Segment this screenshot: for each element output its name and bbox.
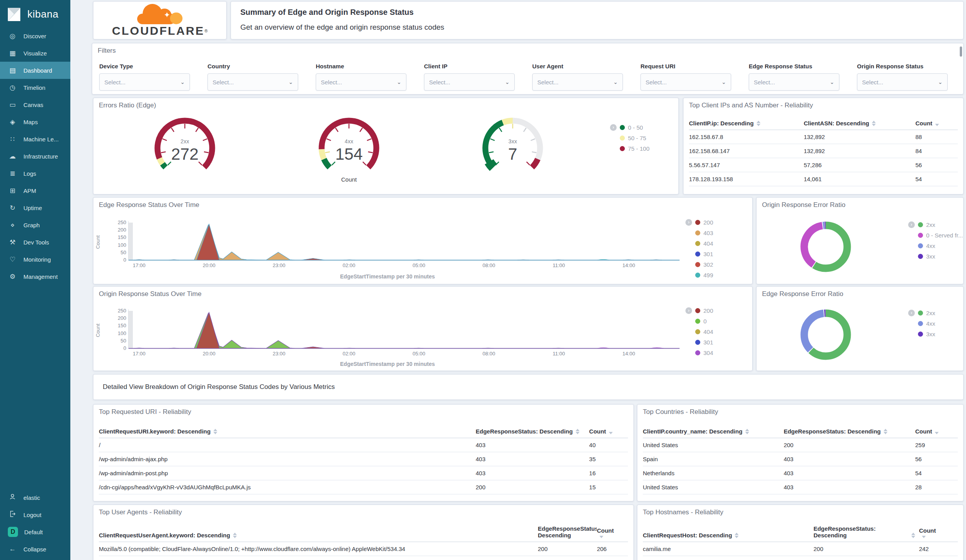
- page-title: Summary of Edge and Origin Response Stat…: [240, 8, 444, 17]
- machine-learning-icon: ∷: [8, 135, 17, 143]
- legend-item[interactable]: ›0 - 50: [610, 122, 649, 133]
- sidebar-item-management[interactable]: ⚙Management: [0, 268, 70, 285]
- edge-response-status-select[interactable]: Select...⌄: [749, 73, 839, 91]
- hostname-select[interactable]: Select...⌄: [316, 73, 406, 91]
- column-header[interactable]: Count: [589, 428, 628, 435]
- page-subtitle: Get an overview of the edge and origin r…: [240, 23, 444, 32]
- svg-text:20:00: 20:00: [203, 262, 216, 268]
- origin-error-donut: [796, 218, 855, 276]
- column-header[interactable]: ClientIP.country_name: Descending: [643, 428, 784, 435]
- svg-text:150: 150: [118, 323, 126, 328]
- sort-icon: [599, 536, 603, 538]
- legend-expand-icon[interactable]: ›: [685, 307, 692, 314]
- filter-user-agent: User AgentSelect...⌄: [532, 63, 623, 91]
- table-row: 162.158.68.147132,89284: [689, 144, 958, 158]
- legend-expand-icon[interactable]: ›: [908, 221, 915, 228]
- column-header[interactable]: Count: [915, 428, 958, 435]
- legend-item[interactable]: 0 - Served fr...: [918, 230, 963, 241]
- sidebar-item-monitoring[interactable]: ♡Monitoring: [0, 251, 70, 268]
- legend-expand-icon[interactable]: ›: [908, 310, 915, 316]
- device-type-select[interactable]: Select...⌄: [99, 73, 190, 91]
- column-header[interactable]: ClientASN: Descending: [804, 120, 916, 127]
- legend-dot: [620, 136, 625, 141]
- legend-item[interactable]: ›200: [685, 217, 713, 228]
- origin-response-status-select[interactable]: Select...⌄: [857, 73, 948, 91]
- sidebar-item-collapse[interactable]: ←Collapse: [0, 540, 70, 558]
- legend-item[interactable]: 499: [695, 270, 713, 280]
- gear-icon: ⚙: [8, 273, 17, 281]
- legend-item[interactable]: ›2xx: [908, 308, 935, 318]
- column-header[interactable]: EdgeResponseStatus: Descending: [538, 525, 597, 539]
- column-header[interactable]: ClientRequestURI.keyword: Descending: [99, 428, 476, 435]
- legend-item[interactable]: ›200: [685, 305, 713, 316]
- table-row: Mozilla/5.0 (compatible; CloudFlare-Alwa…: [99, 542, 628, 556]
- column-header[interactable]: Count: [597, 527, 628, 539]
- column-header[interactable]: EdgeResponseStatus: Descending: [784, 428, 915, 435]
- svg-text:17:00: 17:00: [133, 351, 146, 357]
- graph-nodes-icon: ⋄: [8, 221, 17, 229]
- client-ip-select[interactable]: Select...⌄: [424, 73, 515, 91]
- column-header[interactable]: Count: [916, 120, 958, 127]
- table-row: /wp-admin/admin-ajax.php40335: [99, 452, 628, 466]
- cloud-icon: ☁: [8, 152, 17, 161]
- sidebar-item-default-space[interactable]: D Default: [0, 523, 70, 540]
- sidebar-item-apm[interactable]: ⊞APM: [0, 182, 70, 199]
- legend-item[interactable]: ›2xx: [908, 219, 963, 230]
- sidebar-item-infrastructure[interactable]: ☁Infrastructure: [0, 148, 70, 165]
- legend-item[interactable]: 4xx: [918, 241, 963, 251]
- column-header[interactable]: EdgeResponseStatus: Descending: [814, 525, 919, 539]
- legend-item[interactable]: 75 - 100: [620, 143, 649, 154]
- legend-item[interactable]: 404: [695, 238, 713, 249]
- legend-item[interactable]: 301: [695, 337, 713, 348]
- chevron-down-icon: ⌄: [180, 79, 185, 85]
- filters-panel: Filters Device TypeSelect...⌄ CountrySel…: [92, 43, 964, 95]
- column-header[interactable]: ClientRequestUserAgent.keyword: Descendi…: [99, 532, 538, 539]
- sidebar-item-dev-tools[interactable]: ⚒Dev Tools: [0, 234, 70, 251]
- sidebar-item-timelion[interactable]: ◷Timelion: [0, 79, 70, 96]
- legend-item[interactable]: 4xx: [918, 318, 935, 329]
- sidebar-item-dashboard[interactable]: ▤Dashboard: [0, 62, 70, 79]
- filters-panel-title: Filters: [98, 47, 116, 55]
- svg-text:100: 100: [118, 330, 126, 336]
- time-chart-icon: ◷: [8, 84, 17, 92]
- legend-item[interactable]: 404: [695, 326, 713, 337]
- legend-expand-icon[interactable]: ›: [685, 219, 692, 226]
- legend-item[interactable]: 50 - 75: [620, 133, 649, 143]
- sidebar-item-machine-learning[interactable]: ∷Machine Le...: [0, 130, 70, 148]
- sort-icon: [233, 533, 237, 538]
- sidebar-item-logs[interactable]: ≣Logs: [0, 165, 70, 182]
- cloudflare-brand: CLOUDFLARE®: [93, 24, 226, 37]
- legend-item[interactable]: 3xx: [918, 329, 935, 339]
- sort-icon: [922, 536, 926, 538]
- column-header[interactable]: Count: [919, 527, 958, 539]
- sidebar-item-discover[interactable]: ◎Discover: [0, 27, 70, 45]
- column-header[interactable]: EdgeResponseStatus: Descending: [476, 428, 589, 435]
- legend-expand-icon[interactable]: ›: [610, 124, 617, 131]
- kibana-logo[interactable]: kibana: [0, 0, 70, 27]
- legend-item[interactable]: 302: [695, 259, 713, 270]
- filters-scrollbar[interactable]: [960, 46, 962, 57]
- sidebar-item-logout[interactable]: Logout: [0, 506, 70, 523]
- request-uri-select[interactable]: Select...⌄: [640, 73, 731, 91]
- sidebar-item-graph[interactable]: ⋄Graph: [0, 216, 70, 234]
- legend-item[interactable]: 304: [695, 348, 713, 358]
- column-header[interactable]: ClientRequestHost: Descending: [643, 532, 814, 539]
- sidebar-item-canvas[interactable]: ▭Canvas: [0, 96, 70, 113]
- user-agent-select[interactable]: Select...⌄: [532, 73, 623, 91]
- sidebar-item-uptime[interactable]: ↻Uptime: [0, 199, 70, 216]
- cloudflare-logo-panel: ✦ CLOUDFLARE®: [93, 1, 227, 39]
- gauge-3xx: 3xx 7: [476, 113, 550, 177]
- sidebar-item-visualize[interactable]: ▦Visualize: [0, 45, 70, 62]
- legend-item[interactable]: 403: [695, 228, 713, 238]
- column-header[interactable]: ClientIP.ip: Descending: [689, 120, 804, 127]
- sidebar-item-maps[interactable]: ◈Maps: [0, 113, 70, 130]
- legend-item[interactable]: 3xx: [918, 251, 963, 262]
- sidebar-item-elastic-user[interactable]: elastic: [0, 489, 70, 506]
- country-select[interactable]: Select...⌄: [208, 73, 298, 91]
- sort-icon: [884, 429, 887, 434]
- sidebar-footer: elastic Logout D Default ←Collapse: [0, 489, 70, 558]
- legend-item[interactable]: 301: [695, 249, 713, 259]
- chevron-down-icon: ⌄: [830, 79, 834, 85]
- legend-item[interactable]: 0: [695, 316, 713, 326]
- svg-text:02:00: 02:00: [343, 262, 356, 268]
